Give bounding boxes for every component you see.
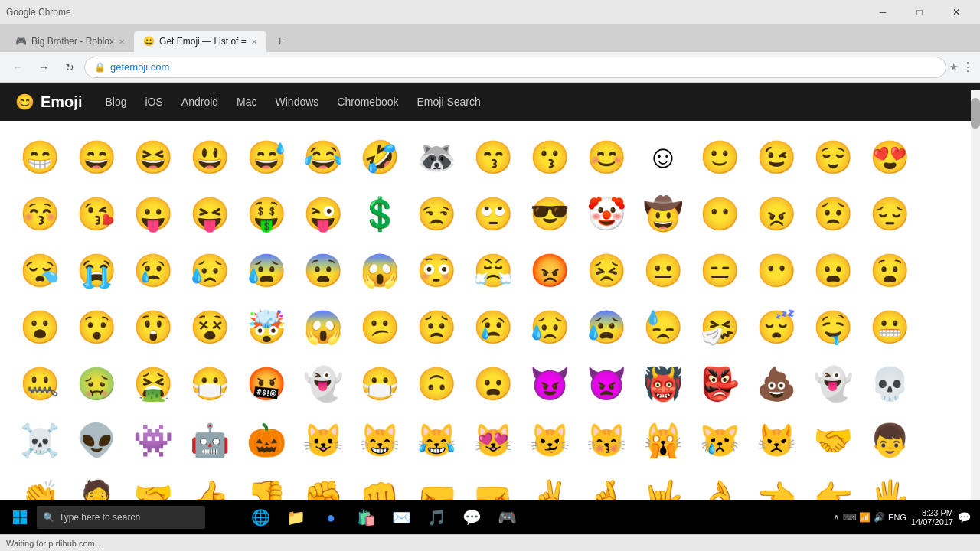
emoji-cell[interactable]: 🤑: [238, 185, 295, 242]
emoji-cell[interactable]: 😢: [465, 298, 521, 355]
emoji-cell[interactable]: 😂: [295, 129, 351, 185]
emoji-cell[interactable]: 😷: [351, 355, 408, 412]
emoji-cell[interactable]: 🤤: [805, 298, 861, 355]
maximize-button[interactable]: □: [902, 0, 937, 24]
address-bar[interactable]: 🔒 getemoji.com: [84, 57, 946, 78]
emoji-cell[interactable]: ☺️: [635, 129, 691, 185]
emoji-cell[interactable]: 🤐: [11, 355, 68, 412]
emoji-cell[interactable]: 😚: [11, 185, 68, 242]
nav-mac[interactable]: Mac: [237, 96, 256, 108]
emoji-cell[interactable]: 🙂: [691, 129, 748, 185]
emoji-cell[interactable]: 🤝: [805, 412, 861, 468]
taskbar-explorer[interactable]: 📁: [279, 500, 312, 534]
emoji-cell[interactable]: 👹: [635, 355, 691, 412]
tab-emoji[interactable]: 😀 Get Emoji — List of = ✕: [134, 31, 266, 52]
emoji-cell[interactable]: 😶: [691, 185, 748, 242]
emoji-cell[interactable]: 👺: [691, 355, 748, 412]
emoji-cell[interactable]: 😲: [125, 298, 181, 355]
emoji-cell[interactable]: 😰: [238, 242, 295, 298]
emoji-cell[interactable]: 😝: [181, 185, 238, 242]
emoji-cell[interactable]: 😎: [521, 185, 578, 242]
nav-emoji-search[interactable]: Emoji Search: [417, 96, 481, 108]
emoji-cell[interactable]: 😧: [861, 242, 918, 298]
bookmark-icon[interactable]: ★: [949, 61, 959, 73]
emoji-cell[interactable]: 😊: [578, 129, 635, 185]
emoji-cell[interactable]: 😟: [805, 185, 861, 242]
emoji-cell[interactable]: 😜: [295, 185, 351, 242]
emoji-cell[interactable]: 😐: [635, 242, 691, 298]
emoji-cell[interactable]: 👦: [861, 412, 918, 468]
emoji-cell[interactable]: 💲: [351, 185, 408, 242]
emoji-cell[interactable]: 👽: [68, 412, 125, 468]
emoji-cell[interactable]: 😷: [181, 355, 238, 412]
emoji-cell[interactable]: 👻: [295, 355, 351, 412]
emoji-cell[interactable]: 😉: [748, 129, 805, 185]
emoji-cell[interactable]: 😑: [691, 242, 748, 298]
emoji-cell[interactable]: 😙: [465, 129, 521, 185]
emoji-cell[interactable]: 😢: [125, 242, 181, 298]
emoji-cell[interactable]: 😰: [578, 298, 635, 355]
emoji-cell[interactable]: 😱: [295, 298, 351, 355]
taskbar-task-view[interactable]: ⊞: [208, 500, 242, 534]
emoji-cell[interactable]: 👾: [125, 412, 181, 468]
scrollbar-thumb[interactable]: [971, 98, 980, 129]
emoji-cell[interactable]: 😠: [748, 185, 805, 242]
emoji-cell[interactable]: 🙃: [408, 355, 465, 412]
emoji-cell[interactable]: 🤧: [691, 298, 748, 355]
taskbar-edge[interactable]: 🌐: [243, 500, 277, 534]
emoji-cell[interactable]: 🤣: [351, 129, 408, 185]
emoji-cell[interactable]: 🤖: [181, 412, 238, 468]
emoji-cell[interactable]: 😅: [238, 129, 295, 185]
emoji-cell[interactable]: 🤮: [125, 355, 181, 412]
nav-blog[interactable]: Blog: [105, 96, 126, 108]
site-logo[interactable]: 😊 Emoji: [15, 93, 82, 111]
emoji-cell[interactable]: 😨: [295, 242, 351, 298]
emoji-cell[interactable]: 😴: [748, 298, 805, 355]
emoji-cell[interactable]: 😭: [68, 242, 125, 298]
emoji-cell[interactable]: 💩: [748, 355, 805, 412]
menu-icon[interactable]: ⋮: [962, 60, 974, 74]
emoji-cell[interactable]: 😁: [11, 129, 68, 185]
taskbar-search[interactable]: 🔍 Type here to search: [37, 506, 205, 529]
taskbar-chrome[interactable]: ●: [314, 500, 348, 534]
back-button[interactable]: ←: [6, 56, 29, 79]
emoji-cell[interactable]: 🤡: [578, 185, 635, 242]
emoji-cell[interactable]: 😥: [181, 242, 238, 298]
emoji-cell[interactable]: 😻: [465, 412, 521, 468]
emoji-cell[interactable]: 😦: [465, 355, 521, 412]
minimize-button[interactable]: ─: [865, 0, 900, 24]
emoji-cell[interactable]: 😕: [351, 298, 408, 355]
emoji-cell[interactable]: 🤬: [238, 355, 295, 412]
emoji-cell[interactable]: 😒: [408, 185, 465, 242]
taskbar-spotify[interactable]: 🎵: [420, 500, 453, 534]
tab-roblox[interactable]: 🎮 Big Brother - Roblox ✕: [6, 31, 134, 52]
emoji-cell[interactable]: 😾: [748, 412, 805, 468]
close-button[interactable]: ✕: [939, 0, 974, 24]
emoji-cell[interactable]: 😮: [11, 298, 68, 355]
emoji-cell[interactable]: 👻: [805, 355, 861, 412]
emoji-cell[interactable]: 😪: [11, 242, 68, 298]
emoji-cell[interactable]: 😱: [351, 242, 408, 298]
emoji-cell[interactable]: 👿: [578, 355, 635, 412]
emoji-cell[interactable]: 😯: [68, 298, 125, 355]
emoji-cell[interactable]: 😘: [68, 185, 125, 242]
emoji-cell[interactable]: ☠️: [11, 412, 68, 468]
emoji-cell[interactable]: 🙄: [465, 185, 521, 242]
forward-button[interactable]: →: [32, 56, 55, 79]
tray-time[interactable]: 8:23 PM 14/07/2017: [911, 508, 953, 527]
scrollbar[interactable]: [971, 90, 980, 500]
emoji-cell[interactable]: 😡: [521, 242, 578, 298]
emoji-cell[interactable]: 😌: [805, 129, 861, 185]
emoji-cell[interactable]: 😬: [861, 298, 918, 355]
emoji-cell[interactable]: 😟: [408, 298, 465, 355]
emoji-cell[interactable]: 💀: [861, 355, 918, 412]
emoji-cell[interactable]: 😦: [805, 242, 861, 298]
emoji-cell[interactable]: 😳: [408, 242, 465, 298]
emoji-cell[interactable]: 😈: [521, 355, 578, 412]
emoji-cell[interactable]: 😆: [125, 129, 181, 185]
emoji-cell[interactable]: 🦝: [408, 129, 465, 185]
emoji-cell[interactable]: 😥: [521, 298, 578, 355]
emoji-cell[interactable]: 😿: [691, 412, 748, 468]
emoji-cell[interactable]: 😔: [861, 185, 918, 242]
emoji-cell[interactable]: 🎃: [238, 412, 295, 468]
